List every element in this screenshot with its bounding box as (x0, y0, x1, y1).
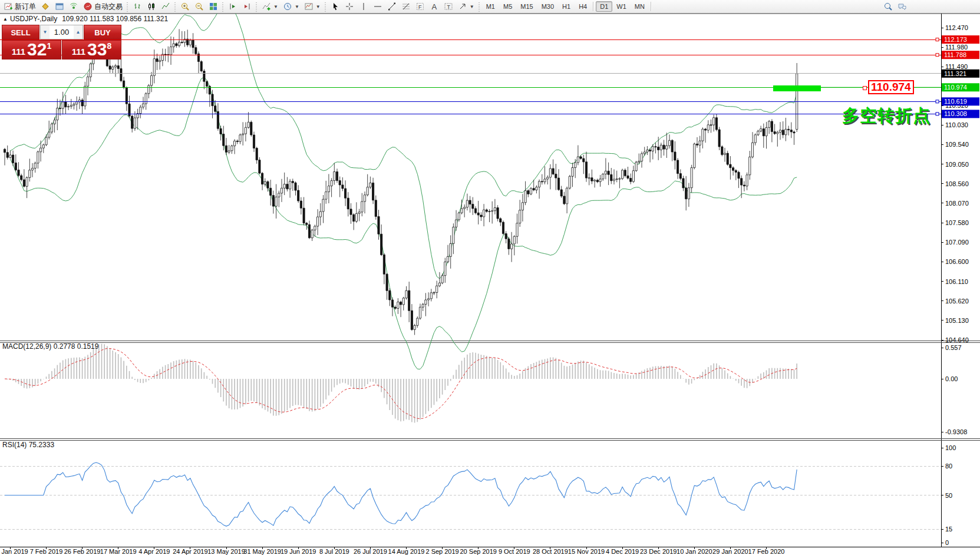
line-chart-button[interactable] (159, 1, 173, 12)
signals-button[interactable] (67, 1, 81, 12)
timeframe-W1-button[interactable]: W1 (612, 1, 631, 12)
green-highlight-bar[interactable] (773, 85, 821, 91)
indicators-button[interactable]: ▼ (259, 1, 281, 12)
clock-icon (283, 2, 292, 11)
window-icon (55, 2, 64, 11)
fibonacci-button[interactable] (399, 1, 413, 12)
crosshair-icon (345, 2, 354, 11)
zoom-in-button[interactable] (178, 1, 192, 12)
chat-button[interactable] (895, 1, 909, 12)
chart-plot-area[interactable] (0, 14, 941, 547)
indicators-icon (262, 2, 271, 11)
shapes-icon (458, 2, 467, 11)
fibo-grid-icon: F (415, 2, 425, 11)
buy-button[interactable]: BUY (84, 25, 121, 39)
buy-price[interactable]: 111 33 8 (62, 40, 121, 60)
chart-window-button[interactable] (52, 1, 67, 12)
buy-price-point: 8 (107, 42, 111, 50)
sell-price-point: 1 (47, 42, 51, 50)
svg-text:T: T (447, 4, 450, 10)
horizontal-line-button[interactable] (371, 1, 385, 12)
toolbar-grip[interactable] (324, 1, 327, 12)
cursor-button[interactable] (328, 1, 342, 12)
new-order-button[interactable]: 新订单 (1, 1, 38, 12)
one-click-trading-panel: SELL ▼ 1.00 ▲ BUY 111 32 1 111 33 8 (2, 25, 121, 60)
search-button[interactable] (881, 1, 895, 12)
autotrade-icon (83, 2, 93, 11)
zoom-out-icon (194, 2, 204, 11)
timeframe-D1-button[interactable]: D1 (596, 1, 612, 12)
metaquotes-button[interactable] (38, 1, 52, 12)
auto-trading-button[interactable]: 自动交易 (81, 1, 125, 12)
volume-value[interactable]: 1.00 (50, 25, 74, 39)
auto-scroll-icon (242, 2, 252, 11)
cn-annotation-text[interactable]: 多空转折点 (842, 104, 930, 128)
signal-icon (69, 2, 78, 11)
tile-windows-icon (209, 2, 218, 11)
candlestick-icon (147, 2, 156, 11)
timeframe-H1-button[interactable]: H1 (558, 1, 575, 12)
gold-diamond-icon (41, 2, 50, 11)
svg-text:F: F (418, 4, 422, 10)
text-label-button[interactable]: T (441, 1, 456, 12)
volume-decrease-button[interactable]: ▼ (41, 25, 50, 39)
zoom-in-icon (180, 2, 190, 11)
toolbar-grip[interactable] (255, 1, 258, 12)
toolbar-grip[interactable] (126, 1, 129, 12)
toolbar-grip[interactable] (174, 1, 177, 12)
sell-price-figure: 111 (12, 45, 25, 58)
timeframe-MN-button[interactable]: MN (631, 1, 649, 12)
callout-anchor-marker[interactable] (863, 86, 867, 90)
zoom-out-button[interactable] (192, 1, 206, 12)
templates-button[interactable]: ▼ (302, 1, 323, 12)
new-order-icon (4, 2, 13, 11)
chart-shift-icon (228, 2, 237, 11)
buy-price-pips: 33 (87, 41, 107, 58)
candlestick-chart-button[interactable] (144, 1, 159, 12)
auto-scroll-button[interactable] (240, 1, 254, 12)
sell-price[interactable]: 111 32 1 (2, 40, 61, 60)
trendline-button[interactable] (385, 1, 399, 12)
buy-price-figure: 111 (72, 45, 85, 58)
bar-chart-button[interactable] (130, 1, 144, 12)
toolbar-grip[interactable] (478, 1, 481, 12)
cursor-icon (331, 2, 340, 11)
main-toolbar: 新订单自动交易▼▼▼FAT▼M1M5M15M30H1H4D1W1MN (0, 0, 980, 14)
price-axis[interactable] (941, 14, 980, 547)
symbol-period-label: USDJPY-,Daily (10, 15, 57, 23)
text-label-icon: T (444, 2, 453, 11)
collapse-arrow-icon[interactable]: ▲ (3, 16, 8, 22)
bar-chart-icon (133, 2, 142, 11)
time-axis[interactable] (0, 547, 980, 555)
price-callout-label[interactable]: 110.974 (868, 80, 914, 94)
svg-text:A: A (431, 2, 437, 11)
fibo-fan-button[interactable]: F (413, 1, 427, 12)
toolbar-grip[interactable] (222, 1, 225, 12)
timeframe-M1-button[interactable]: M1 (482, 1, 499, 12)
sell-button[interactable]: SELL (2, 25, 39, 39)
tile-windows-button[interactable] (206, 1, 220, 12)
vertical-line-button[interactable] (357, 1, 371, 12)
text-button[interactable]: A (427, 1, 441, 12)
rsi-label: RSI(14) 75.2333 (2, 441, 54, 449)
search-icon (883, 2, 893, 11)
trendline-icon (387, 2, 397, 11)
timeframe-M30-button[interactable]: M30 (537, 1, 558, 12)
timeframe-M15-button[interactable]: M15 (516, 1, 537, 12)
chart-title: ▲USDJPY-,Daily109.920 111.583 109.856 11… (3, 15, 168, 23)
chat-icon (897, 2, 907, 11)
fibonacci-icon (401, 2, 411, 11)
template-icon (304, 2, 314, 11)
timeframe-M5-button[interactable]: M5 (499, 1, 516, 12)
chart-shift-button[interactable] (226, 1, 240, 12)
periods-button[interactable]: ▼ (281, 1, 302, 12)
vertical-line-icon (359, 2, 368, 11)
macd-label: MACD(12,26,9) 0.2778 0.1519 (2, 342, 98, 351)
arrows-button[interactable]: ▼ (456, 1, 477, 12)
text-icon: A (430, 2, 439, 11)
line-chart-icon (161, 2, 170, 11)
crosshair-button[interactable] (342, 1, 357, 12)
timeframe-H4-button[interactable]: H4 (575, 1, 591, 12)
volume-increase-button[interactable]: ▲ (74, 25, 83, 39)
toolbar-separator (593, 2, 594, 11)
